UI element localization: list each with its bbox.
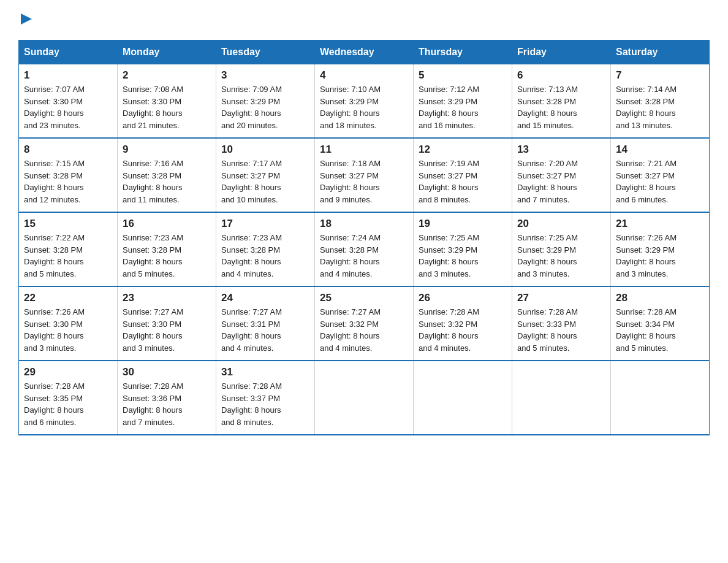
calendar-cell: 4Sunrise: 7:10 AM Sunset: 3:29 PM Daylig… xyxy=(315,64,414,139)
page-header xyxy=(18,12,710,29)
calendar-week-row: 22Sunrise: 7:26 AM Sunset: 3:30 PM Dayli… xyxy=(19,286,710,361)
day-number: 21 xyxy=(616,218,704,230)
calendar-cell: 24Sunrise: 7:27 AM Sunset: 3:31 PM Dayli… xyxy=(216,286,315,361)
day-number: 25 xyxy=(320,292,408,304)
calendar-cell: 2Sunrise: 7:08 AM Sunset: 3:30 PM Daylig… xyxy=(118,64,216,139)
calendar-cell: 9Sunrise: 7:16 AM Sunset: 3:28 PM Daylig… xyxy=(118,138,216,212)
calendar-cell: 12Sunrise: 7:19 AM Sunset: 3:27 PM Dayli… xyxy=(414,138,512,212)
day-info: Sunrise: 7:18 AM Sunset: 3:27 PM Dayligh… xyxy=(320,158,408,205)
day-info: Sunrise: 7:20 AM Sunset: 3:27 PM Dayligh… xyxy=(517,158,605,205)
day-info: Sunrise: 7:12 AM Sunset: 3:29 PM Dayligh… xyxy=(419,83,507,131)
day-info: Sunrise: 7:08 AM Sunset: 3:30 PM Dayligh… xyxy=(123,83,211,131)
day-info: Sunrise: 7:25 AM Sunset: 3:29 PM Dayligh… xyxy=(419,232,507,280)
day-number: 20 xyxy=(517,218,605,230)
calendar-cell: 15Sunrise: 7:22 AM Sunset: 3:28 PM Dayli… xyxy=(19,212,118,286)
day-number: 17 xyxy=(221,218,309,230)
day-info: Sunrise: 7:25 AM Sunset: 3:29 PM Dayligh… xyxy=(517,232,605,280)
day-info: Sunrise: 7:23 AM Sunset: 3:28 PM Dayligh… xyxy=(221,232,309,280)
day-number: 27 xyxy=(517,292,605,304)
day-number: 31 xyxy=(221,366,309,378)
day-number: 1 xyxy=(24,69,112,82)
day-info: Sunrise: 7:28 AM Sunset: 3:32 PM Dayligh… xyxy=(419,306,507,354)
day-number: 30 xyxy=(123,366,211,378)
day-number: 4 xyxy=(320,69,408,82)
calendar-cell xyxy=(315,361,414,435)
day-info: Sunrise: 7:26 AM Sunset: 3:30 PM Dayligh… xyxy=(24,306,112,354)
day-info: Sunrise: 7:28 AM Sunset: 3:36 PM Dayligh… xyxy=(123,380,211,428)
day-info: Sunrise: 7:19 AM Sunset: 3:27 PM Dayligh… xyxy=(419,158,507,205)
day-number: 16 xyxy=(123,218,211,230)
day-info: Sunrise: 7:27 AM Sunset: 3:31 PM Dayligh… xyxy=(221,306,309,354)
day-number: 3 xyxy=(221,69,309,82)
day-number: 13 xyxy=(517,144,605,156)
weekday-header-saturday: Saturday xyxy=(611,40,710,64)
calendar-cell: 11Sunrise: 7:18 AM Sunset: 3:27 PM Dayli… xyxy=(315,138,414,212)
day-number: 6 xyxy=(517,69,605,82)
day-info: Sunrise: 7:16 AM Sunset: 3:28 PM Dayligh… xyxy=(123,158,211,205)
day-number: 15 xyxy=(24,218,112,230)
day-info: Sunrise: 7:09 AM Sunset: 3:29 PM Dayligh… xyxy=(221,83,309,131)
calendar-cell: 10Sunrise: 7:17 AM Sunset: 3:27 PM Dayli… xyxy=(216,138,315,212)
weekday-header-sunday: Sunday xyxy=(19,40,118,64)
weekday-header-monday: Monday xyxy=(118,40,216,64)
day-number: 11 xyxy=(320,144,408,156)
calendar-week-row: 1Sunrise: 7:07 AM Sunset: 3:30 PM Daylig… xyxy=(19,64,710,139)
calendar-week-row: 29Sunrise: 7:28 AM Sunset: 3:35 PM Dayli… xyxy=(19,361,710,435)
logo xyxy=(18,12,33,29)
calendar-cell: 27Sunrise: 7:28 AM Sunset: 3:33 PM Dayli… xyxy=(512,286,611,361)
calendar-cell: 21Sunrise: 7:26 AM Sunset: 3:29 PM Dayli… xyxy=(611,212,710,286)
day-info: Sunrise: 7:24 AM Sunset: 3:28 PM Dayligh… xyxy=(320,232,408,280)
calendar-cell xyxy=(611,361,710,435)
day-info: Sunrise: 7:28 AM Sunset: 3:34 PM Dayligh… xyxy=(616,306,704,354)
calendar-cell: 19Sunrise: 7:25 AM Sunset: 3:29 PM Dayli… xyxy=(414,212,512,286)
weekday-header-friday: Friday xyxy=(512,40,611,64)
logo-arrow-icon xyxy=(20,12,33,26)
calendar-cell: 26Sunrise: 7:28 AM Sunset: 3:32 PM Dayli… xyxy=(414,286,512,361)
day-number: 18 xyxy=(320,218,408,230)
day-number: 14 xyxy=(616,144,704,156)
day-info: Sunrise: 7:13 AM Sunset: 3:28 PM Dayligh… xyxy=(517,83,605,131)
day-number: 29 xyxy=(24,366,112,378)
day-info: Sunrise: 7:28 AM Sunset: 3:33 PM Dayligh… xyxy=(517,306,605,354)
day-number: 22 xyxy=(24,292,112,304)
calendar-cell xyxy=(512,361,611,435)
day-number: 19 xyxy=(419,218,507,230)
day-number: 10 xyxy=(221,144,309,156)
day-info: Sunrise: 7:28 AM Sunset: 3:35 PM Dayligh… xyxy=(24,380,112,428)
calendar-cell: 13Sunrise: 7:20 AM Sunset: 3:27 PM Dayli… xyxy=(512,138,611,212)
calendar-cell: 17Sunrise: 7:23 AM Sunset: 3:28 PM Dayli… xyxy=(216,212,315,286)
svg-marker-0 xyxy=(21,13,32,25)
day-number: 26 xyxy=(419,292,507,304)
day-number: 7 xyxy=(616,69,704,82)
calendar-cell: 5Sunrise: 7:12 AM Sunset: 3:29 PM Daylig… xyxy=(414,64,512,139)
calendar-cell: 14Sunrise: 7:21 AM Sunset: 3:27 PM Dayli… xyxy=(611,138,710,212)
weekday-header-wednesday: Wednesday xyxy=(315,40,414,64)
calendar-cell: 3Sunrise: 7:09 AM Sunset: 3:29 PM Daylig… xyxy=(216,64,315,139)
day-number: 8 xyxy=(24,144,112,156)
calendar-table: SundayMondayTuesdayWednesdayThursdayFrid… xyxy=(18,40,710,435)
weekday-header-thursday: Thursday xyxy=(414,40,512,64)
day-info: Sunrise: 7:22 AM Sunset: 3:28 PM Dayligh… xyxy=(24,232,112,280)
calendar-cell: 28Sunrise: 7:28 AM Sunset: 3:34 PM Dayli… xyxy=(611,286,710,361)
day-number: 28 xyxy=(616,292,704,304)
day-info: Sunrise: 7:28 AM Sunset: 3:37 PM Dayligh… xyxy=(221,380,309,428)
day-number: 9 xyxy=(123,144,211,156)
day-info: Sunrise: 7:10 AM Sunset: 3:29 PM Dayligh… xyxy=(320,83,408,131)
day-info: Sunrise: 7:27 AM Sunset: 3:32 PM Dayligh… xyxy=(320,306,408,354)
calendar-header-row: SundayMondayTuesdayWednesdayThursdayFrid… xyxy=(19,40,710,64)
calendar-cell: 25Sunrise: 7:27 AM Sunset: 3:32 PM Dayli… xyxy=(315,286,414,361)
weekday-header-tuesday: Tuesday xyxy=(216,40,315,64)
calendar-cell xyxy=(414,361,512,435)
calendar-cell: 31Sunrise: 7:28 AM Sunset: 3:37 PM Dayli… xyxy=(216,361,315,435)
calendar-cell: 23Sunrise: 7:27 AM Sunset: 3:30 PM Dayli… xyxy=(118,286,216,361)
day-info: Sunrise: 7:26 AM Sunset: 3:29 PM Dayligh… xyxy=(616,232,704,280)
day-info: Sunrise: 7:27 AM Sunset: 3:30 PM Dayligh… xyxy=(123,306,211,354)
calendar-cell: 6Sunrise: 7:13 AM Sunset: 3:28 PM Daylig… xyxy=(512,64,611,139)
day-number: 2 xyxy=(123,69,211,82)
calendar-week-row: 15Sunrise: 7:22 AM Sunset: 3:28 PM Dayli… xyxy=(19,212,710,286)
day-info: Sunrise: 7:07 AM Sunset: 3:30 PM Dayligh… xyxy=(24,83,112,131)
day-info: Sunrise: 7:14 AM Sunset: 3:28 PM Dayligh… xyxy=(616,83,704,131)
calendar-cell: 8Sunrise: 7:15 AM Sunset: 3:28 PM Daylig… xyxy=(19,138,118,212)
calendar-week-row: 8Sunrise: 7:15 AM Sunset: 3:28 PM Daylig… xyxy=(19,138,710,212)
calendar-cell: 7Sunrise: 7:14 AM Sunset: 3:28 PM Daylig… xyxy=(611,64,710,139)
